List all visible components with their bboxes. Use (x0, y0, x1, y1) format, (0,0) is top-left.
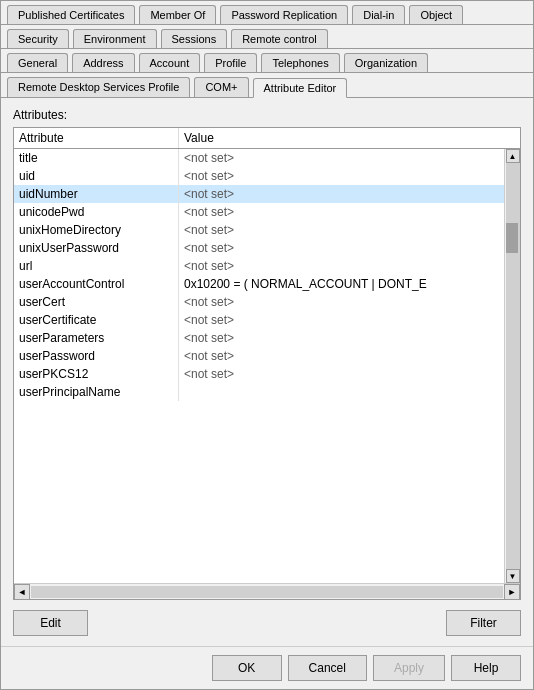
tab-published-certificates[interactable]: Published Certificates (7, 5, 135, 24)
table-row[interactable]: url <not set> (14, 257, 504, 275)
help-button[interactable]: Help (451, 655, 521, 681)
table-body-area: title <not set> uid <not set> uidNumber … (14, 149, 520, 583)
tab-telephones[interactable]: Telephones (261, 53, 339, 72)
edit-button[interactable]: Edit (13, 610, 88, 636)
tab-object[interactable]: Object (409, 5, 463, 24)
table-row[interactable]: userAccountControl 0x10200 = ( NORMAL_AC… (14, 275, 504, 293)
vscroll-track[interactable] (506, 163, 520, 569)
dialog-window: Published Certificates Member Of Passwor… (0, 0, 534, 690)
horizontal-scrollbar[interactable]: ◄ ► (14, 583, 520, 599)
table-header: Attribute Value (14, 128, 520, 149)
hscroll-track[interactable] (31, 586, 503, 598)
tab-password-replication[interactable]: Password Replication (220, 5, 348, 24)
scroll-down-arrow[interactable]: ▼ (506, 569, 520, 583)
tab-general[interactable]: General (7, 53, 68, 72)
attributes-table: Attribute Value title <not set> uid <not… (13, 127, 521, 600)
table-row[interactable]: uidNumber <not set> (14, 185, 504, 203)
table-row[interactable]: userCert <not set> (14, 293, 504, 311)
table-row[interactable]: unixUserPassword <not set> (14, 239, 504, 257)
table-row[interactable]: unixHomeDirectory <not set> (14, 221, 504, 239)
tab-com-plus[interactable]: COM+ (194, 77, 248, 97)
tab-row-1: Published Certificates Member Of Passwor… (1, 1, 533, 25)
tab-member-of[interactable]: Member Of (139, 5, 216, 24)
tab-address[interactable]: Address (72, 53, 134, 72)
table-body[interactable]: title <not set> uid <not set> uidNumber … (14, 149, 504, 583)
tab-row-4: Remote Desktop Services Profile COM+ Att… (1, 73, 533, 98)
tab-remote-control[interactable]: Remote control (231, 29, 328, 48)
content-area: Attributes: Attribute Value title <not s… (1, 98, 533, 646)
table-row[interactable]: userParameters <not set> (14, 329, 504, 347)
edit-filter-row: Edit Filter (13, 610, 521, 636)
attributes-label: Attributes: (13, 108, 521, 122)
tab-row-3: General Address Account Profile Telephon… (1, 49, 533, 73)
table-row[interactable]: title <not set> (14, 149, 504, 167)
scroll-right-arrow[interactable]: ► (504, 584, 520, 600)
tab-environment[interactable]: Environment (73, 29, 157, 48)
apply-button[interactable]: Apply (373, 655, 445, 681)
table-row[interactable]: userPrincipalName (14, 383, 504, 401)
tab-dial-in[interactable]: Dial-in (352, 5, 405, 24)
tab-organization[interactable]: Organization (344, 53, 428, 72)
tab-security[interactable]: Security (7, 29, 69, 48)
table-row[interactable]: userPKCS12 <not set> (14, 365, 504, 383)
filter-button[interactable]: Filter (446, 610, 521, 636)
tab-sessions[interactable]: Sessions (161, 29, 228, 48)
ok-button[interactable]: OK (212, 655, 282, 681)
tab-profile[interactable]: Profile (204, 53, 257, 72)
table-row[interactable]: unicodePwd <not set> (14, 203, 504, 221)
tab-rdp[interactable]: Remote Desktop Services Profile (7, 77, 190, 97)
table-row[interactable]: userPassword <not set> (14, 347, 504, 365)
table-row[interactable]: userCertificate <not set> (14, 311, 504, 329)
tab-account[interactable]: Account (139, 53, 201, 72)
cancel-button[interactable]: Cancel (288, 655, 367, 681)
scroll-up-arrow[interactable]: ▲ (506, 149, 520, 163)
scroll-left-arrow[interactable]: ◄ (14, 584, 30, 600)
vscroll-thumb[interactable] (506, 223, 518, 253)
header-attribute: Attribute (14, 128, 179, 148)
table-row[interactable]: uid <not set> (14, 167, 504, 185)
footer: OK Cancel Apply Help (1, 646, 533, 689)
tab-attribute-editor[interactable]: Attribute Editor (253, 78, 348, 98)
vertical-scrollbar[interactable]: ▲ ▼ (504, 149, 520, 583)
tab-row-2: Security Environment Sessions Remote con… (1, 25, 533, 49)
header-value: Value (179, 128, 520, 148)
